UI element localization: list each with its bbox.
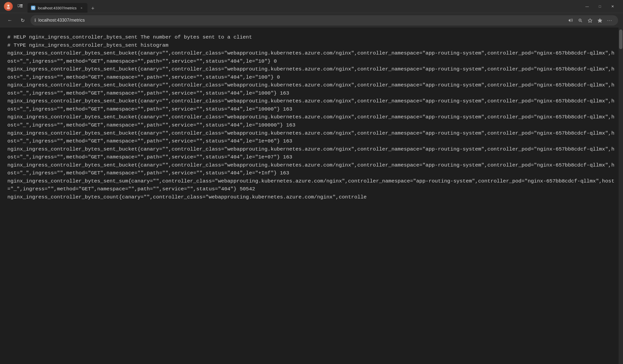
new-tab-button[interactable]: + <box>89 4 97 13</box>
back-icon: ← <box>7 18 12 23</box>
titlebar: localhost:43307/metrics × + — □ ✕ <box>0 0 623 13</box>
svg-point-1 <box>7 7 10 9</box>
refresh-button[interactable]: ↻ <box>18 16 27 25</box>
url-display: localhost:43307/metrics <box>38 18 563 23</box>
zoom-button[interactable] <box>576 16 585 25</box>
address-actions: ··· <box>566 16 614 25</box>
tab-favicon <box>31 6 35 10</box>
collections-button[interactable] <box>596 16 604 25</box>
svg-marker-14 <box>598 19 602 22</box>
svg-line-10 <box>581 21 582 22</box>
svg-rect-2 <box>18 4 20 7</box>
address-bar-input[interactable]: ℹ localhost:43307/metrics <box>30 15 618 25</box>
content-area: # HELP nginx_ingress_controller_bytes_se… <box>0 27 623 364</box>
svg-rect-5 <box>20 7 22 7</box>
svg-rect-3 <box>20 4 22 5</box>
window-controls: — □ ✕ <box>581 2 619 11</box>
tab-close-button[interactable]: × <box>79 5 84 10</box>
tab-strip-toggle[interactable] <box>17 3 23 10</box>
addressbar: ← ↻ ℹ localhost:43307/metrics <box>0 13 623 27</box>
scrollbar-thumb[interactable] <box>619 29 623 49</box>
refresh-icon: ↻ <box>21 18 25 23</box>
tab-title: localhost:43307/metrics <box>38 6 77 10</box>
read-aloud-button[interactable] <box>566 16 575 25</box>
metrics-output: # HELP nginx_ingress_controller_bytes_se… <box>7 33 616 201</box>
maximize-button[interactable]: □ <box>594 2 606 11</box>
active-tab[interactable]: localhost:43307/metrics × <box>27 3 88 13</box>
info-icon: ℹ <box>34 18 36 23</box>
favorites-button[interactable] <box>586 16 595 25</box>
tab-strip: localhost:43307/metrics × + <box>27 0 577 13</box>
minimize-button[interactable]: — <box>581 2 594 11</box>
back-button[interactable]: ← <box>5 16 15 25</box>
more-button[interactable]: ··· <box>605 16 614 25</box>
svg-rect-4 <box>20 6 22 6</box>
profile-avatar[interactable] <box>4 2 13 11</box>
scrollbar[interactable] <box>619 27 623 364</box>
svg-point-0 <box>7 5 9 7</box>
close-button[interactable]: ✕ <box>606 2 619 11</box>
svg-marker-13 <box>588 19 592 22</box>
